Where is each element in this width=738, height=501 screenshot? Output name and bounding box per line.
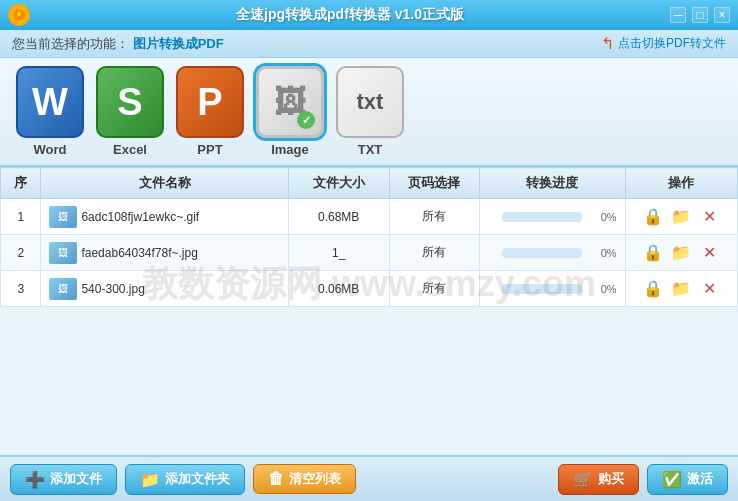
activate-label: 激活: [687, 470, 713, 488]
progress-bar-1: [502, 212, 582, 222]
filename-text-3: 540-300.jpg: [81, 282, 144, 296]
clear-list-button[interactable]: 🗑 清空列表: [253, 464, 356, 494]
col-filename: 文件名称: [41, 168, 288, 199]
excel-icon-box: S: [96, 66, 164, 138]
txt-label: TXT: [358, 142, 383, 157]
switch-mode-label: 点击切换PDF转文件: [618, 35, 726, 52]
cell-action-1: 🔒 📁 ✕: [625, 199, 737, 235]
progress-text-3: 0%: [601, 283, 617, 295]
function-label: 您当前选择的功能： 图片转换成PDF: [12, 35, 224, 53]
image-icon-item[interactable]: 🖼 ✓ Image: [256, 66, 324, 157]
file-thumb-icon-3: 🖼: [49, 278, 77, 300]
txt-text-icon: txt: [357, 89, 384, 115]
cell-action-3: 🔒 📁 ✕: [625, 271, 737, 307]
table-row: 2 🖼 faedab64034f78f~.jpg 1_ 所有 0%: [1, 235, 738, 271]
col-action: 操作: [625, 168, 737, 199]
file-thumb-icon-2: 🖼: [49, 242, 77, 264]
remove-icon-2[interactable]: ✕: [699, 243, 719, 263]
cell-progress-1: 0%: [479, 199, 625, 235]
table-row: 3 🖼 540-300.jpg 0.06MB 所有 0%: [1, 271, 738, 307]
buy-icon: 🛒: [573, 470, 593, 489]
activate-button[interactable]: ✅ 激活: [647, 464, 728, 495]
content-area: 序 文件名称 文件大小 页码选择 转换进度 操作 1 🖼 6adc108fjw1…: [0, 167, 738, 468]
activate-icon: ✅: [662, 470, 682, 489]
cell-page-2: 所有: [389, 235, 479, 271]
icon-bar: W Word S Excel P PPT 🖼 ✓ Image txt TXT: [0, 58, 738, 167]
maximize-button[interactable]: □: [692, 7, 708, 23]
file-table: 序 文件名称 文件大小 页码选择 转换进度 操作 1 🖼 6adc108fjw1…: [0, 167, 738, 307]
col-page: 页码选择: [389, 168, 479, 199]
image-icon-box: 🖼 ✓: [256, 66, 324, 138]
lock-icon-2[interactable]: 🔒: [643, 243, 663, 263]
clear-label: 清空列表: [289, 470, 341, 488]
image-label: Image: [271, 142, 309, 157]
close-button[interactable]: ×: [714, 7, 730, 23]
col-progress: 转换进度: [479, 168, 625, 199]
lock-icon-1[interactable]: 🔒: [643, 207, 663, 227]
bottom-bar: ➕ 添加文件 📁 添加文件夹 🗑 清空列表 🛒 购买 ✅ 激活: [0, 455, 738, 501]
col-seq: 序: [1, 168, 41, 199]
cell-progress-3: 0%: [479, 271, 625, 307]
folder-icon-2[interactable]: 📁: [671, 243, 691, 263]
cell-filesize-2: 1_: [288, 235, 389, 271]
cell-action-2: 🔒 📁 ✕: [625, 235, 737, 271]
cell-filesize-1: 0.68MB: [288, 199, 389, 235]
add-file-label: 添加文件: [50, 470, 102, 488]
col-filesize: 文件大小: [288, 168, 389, 199]
title-bar: 全速jpg转换成pdf转换器 v1.0正式版 ─ □ ×: [0, 0, 738, 30]
cell-filename-2: 🖼 faedab64034f78f~.jpg: [41, 235, 288, 271]
ppt-label: PPT: [197, 142, 222, 157]
add-file-button[interactable]: ➕ 添加文件: [10, 464, 117, 495]
filename-text-1: 6adc108fjw1ewkc~.gif: [81, 210, 199, 224]
buy-button[interactable]: 🛒 购买: [558, 464, 639, 495]
switch-mode-button[interactable]: ↰ 点击切换PDF转文件: [601, 34, 726, 53]
sub-header: 您当前选择的功能： 图片转换成PDF ↰ 点击切换PDF转文件: [0, 30, 738, 58]
progress-text-1: 0%: [601, 211, 617, 223]
cell-page-3: 所有: [389, 271, 479, 307]
excel-icon-item[interactable]: S Excel: [96, 66, 164, 157]
cell-seq-3: 3: [1, 271, 41, 307]
table-header-row: 序 文件名称 文件大小 页码选择 转换进度 操作: [1, 168, 738, 199]
add-file-icon: ➕: [25, 470, 45, 489]
filename-text-2: faedab64034f78f~.jpg: [81, 246, 197, 260]
ppt-icon-item[interactable]: P PPT: [176, 66, 244, 157]
cell-filename-1: 🖼 6adc108fjw1ewkc~.gif: [41, 199, 288, 235]
table-row: 1 🖼 6adc108fjw1ewkc~.gif 0.68MB 所有 0%: [1, 199, 738, 235]
function-mode: 图片转换成PDF: [133, 36, 224, 51]
cell-seq-2: 2: [1, 235, 41, 271]
remove-icon-1[interactable]: ✕: [699, 207, 719, 227]
image-check-icon: ✓: [297, 111, 315, 129]
word-icon-item[interactable]: W Word: [16, 66, 84, 157]
cell-progress-2: 0%: [479, 235, 625, 271]
buy-label: 购买: [598, 470, 624, 488]
txt-icon-item[interactable]: txt TXT: [336, 66, 404, 157]
txt-icon-box: txt: [336, 66, 404, 138]
add-folder-label: 添加文件夹: [165, 470, 230, 488]
folder-icon-3[interactable]: 📁: [671, 279, 691, 299]
cell-filename-3: 🖼 540-300.jpg: [41, 271, 288, 307]
cell-filesize-3: 0.06MB: [288, 271, 389, 307]
file-thumb-icon-1: 🖼: [49, 206, 77, 228]
window-controls: ─ □ ×: [670, 7, 730, 23]
excel-label: Excel: [113, 142, 147, 157]
lock-icon-3[interactable]: 🔒: [643, 279, 663, 299]
progress-bar-3: [502, 284, 582, 294]
switch-arrow-icon: ↰: [601, 34, 614, 53]
app-logo: [8, 4, 30, 26]
add-folder-icon: 📁: [140, 470, 160, 489]
clear-icon: 🗑: [268, 470, 284, 488]
ppt-icon-box: P: [176, 66, 244, 138]
add-folder-button[interactable]: 📁 添加文件夹: [125, 464, 245, 495]
app-title: 全速jpg转换成pdf转换器 v1.0正式版: [30, 6, 670, 24]
function-prefix: 您当前选择的功能：: [12, 36, 129, 51]
cell-seq-1: 1: [1, 199, 41, 235]
progress-bar-2: [502, 248, 582, 258]
word-icon-box: W: [16, 66, 84, 138]
progress-text-2: 0%: [601, 247, 617, 259]
cell-page-1: 所有: [389, 199, 479, 235]
minimize-button[interactable]: ─: [670, 7, 686, 23]
word-label: Word: [34, 142, 67, 157]
folder-icon-1[interactable]: 📁: [671, 207, 691, 227]
remove-icon-3[interactable]: ✕: [699, 279, 719, 299]
